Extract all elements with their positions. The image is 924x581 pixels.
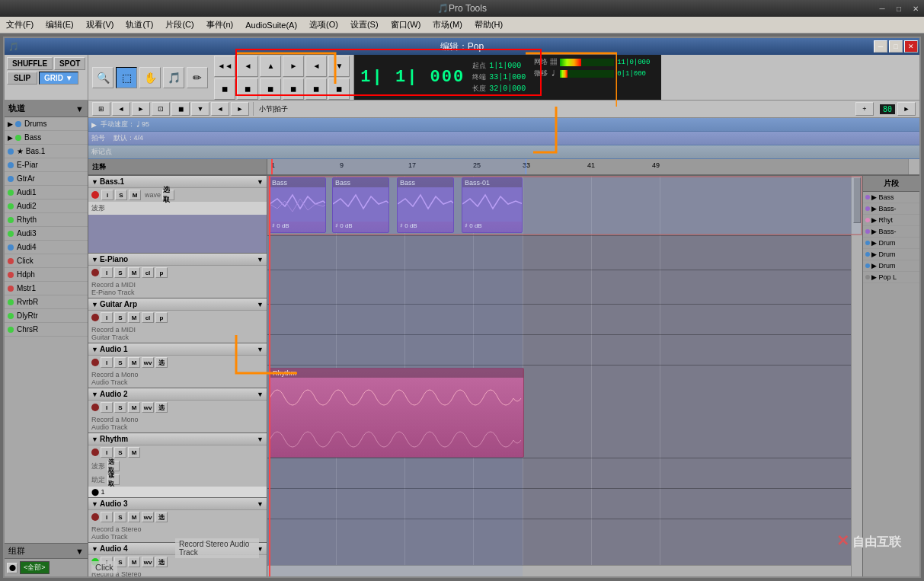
epiano-solo-btn[interactable]: S — [114, 267, 126, 278]
audio4-expand[interactable]: ▼ — [91, 545, 98, 553]
close-button[interactable]: ✕ — [907, 0, 924, 17]
editor-minimize[interactable]: ─ — [874, 40, 887, 53]
minimize-button[interactable]: ─ — [874, 0, 890, 17]
menu-window[interactable]: 窗口(W) — [385, 18, 427, 32]
bass1-dropdown[interactable]: ▼ — [257, 178, 264, 186]
audio3-expand[interactable]: ▼ — [91, 500, 98, 508]
bass1-expand[interactable]: ▼ — [91, 178, 98, 186]
clip-item-6[interactable]: ▶ Drum — [863, 249, 919, 260]
ruler-btn-3[interactable]: ► — [132, 102, 150, 116]
grab-tool-button[interactable]: ✋ — [139, 67, 161, 88]
clip-item-5[interactable]: ▶ Drum — [863, 238, 919, 249]
audio-tool-button[interactable]: 🎵 — [163, 67, 184, 88]
audio1-mute-btn[interactable]: M — [128, 357, 140, 368]
bass1-view-btn[interactable]: 选取 — [162, 190, 174, 200]
epiano-expand[interactable]: ▼ — [91, 256, 98, 263]
tool-extra-6[interactable]: ◼ — [328, 78, 350, 100]
clip-item-2[interactable]: ▶ Bass- — [863, 203, 919, 215]
audio2-expand[interactable]: ▼ — [91, 391, 98, 398]
clips-scrollbar-thumb[interactable] — [853, 177, 861, 223]
ruler-btn-1[interactable]: ⊞ — [92, 102, 110, 116]
ruler-scrollbar[interactable] — [908, 159, 919, 174]
zoom-tool-button[interactable]: 🔍 — [92, 67, 114, 88]
zoom-in-button[interactable]: + — [855, 102, 874, 116]
track-item-guitar[interactable]: GtrAr — [5, 172, 88, 186]
editor-maximize[interactable]: □ — [889, 40, 903, 53]
menu-clip[interactable]: 片段(C) — [159, 18, 200, 32]
epiano-dropdown[interactable]: ▼ — [257, 256, 264, 263]
ruler-btn-6[interactable]: ▼ — [191, 102, 209, 116]
audio3-dropdown[interactable]: ▼ — [257, 500, 264, 508]
clips-scrollbar-h[interactable] — [267, 565, 851, 576]
bass1-input-btn[interactable]: I — [101, 190, 114, 200]
grid-mode-button[interactable]: GRID ▼ — [39, 72, 78, 85]
clip-item-3[interactable]: ▶ Rhyt — [863, 215, 919, 226]
selection-tool-button[interactable]: ⬚ — [116, 67, 137, 88]
guitar-patch-btn[interactable]: p — [155, 312, 168, 323]
track-item-hdph[interactable]: Hdph — [5, 268, 88, 282]
audio4-input-btn[interactable]: I — [101, 557, 113, 567]
audio4-wv-btn[interactable]: wv — [142, 557, 154, 567]
guitar-solo-btn[interactable]: S — [114, 312, 126, 323]
rhythm-view-select[interactable]: 选取 — [107, 461, 120, 471]
track-item-rvrb[interactable]: RvrbR — [5, 295, 88, 309]
groups-icon[interactable]: ▼ — [75, 547, 84, 556]
pencil-tool-button[interactable]: ✏ — [187, 67, 208, 88]
audio4-dropdown[interactable]: ▼ — [257, 545, 264, 553]
bass-clip-3[interactable]: Bass ♯ 0 dB — [397, 177, 454, 233]
audio1-input-btn[interactable]: I — [101, 357, 113, 368]
shuffle-mode-button[interactable]: SHUFFLE — [7, 57, 53, 70]
audio2-dropdown[interactable]: ▼ — [257, 391, 264, 398]
track-item-click[interactable]: Click — [5, 254, 88, 268]
audio3-view-btn[interactable]: 选 — [155, 512, 168, 522]
audio4-solo-btn[interactable]: S — [114, 557, 126, 567]
track-item-audi3[interactable]: Audi3 — [5, 227, 88, 241]
bass-clip-2[interactable]: Bass ♯ 0 dB — [332, 177, 389, 233]
zoom-scroll-right[interactable]: ► — [897, 102, 916, 116]
tool-extra-4[interactable]: ◼ — [283, 78, 304, 100]
epiano-clip-btn[interactable]: cl — [142, 267, 154, 278]
clips-scrollbar-v[interactable] — [851, 176, 862, 576]
guitar-dropdown[interactable]: ▼ — [257, 301, 264, 308]
next-button[interactable]: ► — [283, 56, 304, 77]
audio3-input-btn[interactable]: I — [101, 512, 113, 522]
epiano-input-btn[interactable]: I — [101, 267, 113, 278]
audio1-solo-btn[interactable]: S — [114, 357, 126, 368]
menu-options[interactable]: 选项(O) — [303, 18, 344, 32]
audio1-view-btn[interactable]: 选 — [155, 357, 168, 368]
audio2-solo-btn[interactable]: S — [114, 402, 126, 413]
tracks-header-icon[interactable]: ▼ — [75, 104, 84, 113]
menu-settings[interactable]: 设置(S) — [344, 18, 385, 32]
track-item-audi4[interactable]: Audi4 — [5, 241, 88, 254]
rhythm-mute-btn[interactable]: M — [128, 447, 140, 458]
forward-button[interactable]: ◄ — [305, 56, 327, 77]
menu-market[interactable]: 市场(M) — [427, 18, 468, 32]
tool-extra-5[interactable]: ◼ — [305, 78, 327, 100]
track-item-mstr1[interactable]: Mstr1 — [5, 282, 88, 295]
back-button[interactable]: ◄◄ — [214, 56, 235, 77]
track-item-dlyrtr[interactable]: DlyRtr — [5, 309, 88, 323]
audio3-wv-btn[interactable]: wv — [142, 512, 154, 522]
groups-record-btn[interactable]: ⬤ — [7, 563, 18, 573]
guitar-mute-btn[interactable]: M — [128, 312, 140, 323]
bass1-mute-btn[interactable]: M — [129, 190, 141, 200]
menu-audiosuite[interactable]: AudioSuite(A) — [239, 19, 303, 31]
bass-clip-4[interactable]: Bass-01 ♯ 0 dB — [462, 177, 523, 233]
track-item-chrsr[interactable]: ChrsR — [5, 323, 88, 337]
menu-track[interactable]: 轨道(T) — [120, 18, 159, 32]
track-expand-bass[interactable]: ▶ — [8, 134, 13, 142]
nudge-button[interactable]: ▼ — [328, 56, 350, 77]
audio1-wv-btn[interactable]: wv — [142, 357, 154, 368]
audio1-expand[interactable]: ▼ — [91, 346, 98, 353]
track-item-drums[interactable]: ▶ Drums — [5, 117, 88, 131]
rhythm-expand[interactable]: ▼ — [91, 436, 98, 443]
track-item-audi1[interactable]: Audi1 — [5, 186, 88, 200]
menu-edit[interactable]: 编辑(E) — [40, 18, 80, 32]
audio2-view-btn[interactable]: 选 — [155, 402, 168, 413]
track-item-audi2[interactable]: Audi2 — [5, 200, 88, 213]
rhythm-clip[interactable]: Rhythm — [269, 368, 524, 458]
editor-close[interactable]: ✕ — [904, 40, 918, 53]
rhythm-input-btn[interactable]: I — [101, 447, 113, 458]
rhythm-dropdown[interactable]: ▼ — [257, 436, 264, 443]
clip-item-7[interactable]: ▶ Drum — [863, 260, 919, 272]
